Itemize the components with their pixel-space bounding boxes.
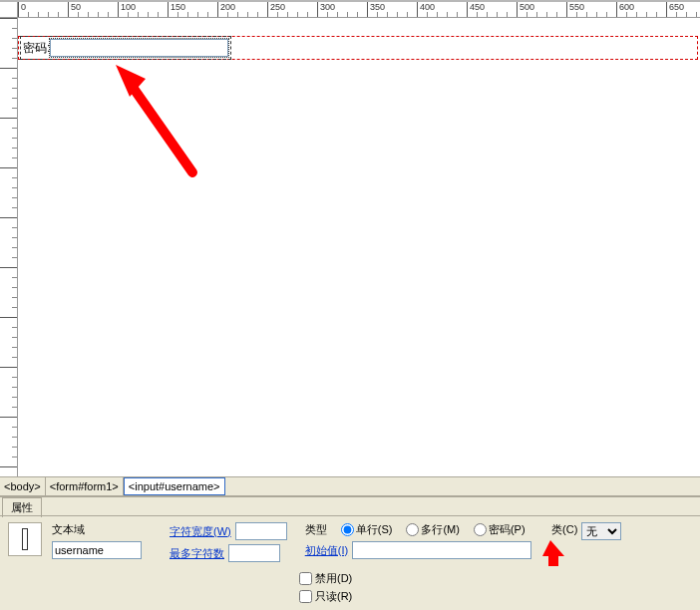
tag-selector-bar: <body> <form#form1> <input#username>	[0, 476, 700, 496]
char-width-label[interactable]: 字符宽度(W)	[170, 524, 231, 539]
properties-tab[interactable]: 属性	[2, 497, 42, 517]
radio-multi-line[interactable]: 多行(M)	[406, 522, 460, 537]
class-select[interactable]: 无	[581, 522, 621, 540]
init-value-label[interactable]: 初始值(I)	[305, 543, 348, 558]
selected-field-cell[interactable]: 密码:	[20, 36, 231, 60]
max-chars-label[interactable]: 最多字符数	[170, 546, 224, 561]
properties-panel: 属性 文本域 字符宽度(W) 最多字符数 类型 单行(S)	[0, 496, 700, 610]
init-value-input[interactable]	[352, 541, 531, 559]
readonly-checkbox-input[interactable]	[299, 590, 312, 603]
vertical-ruler	[0, 18, 18, 476]
field-label: 密码:	[23, 40, 50, 57]
tag-body[interactable]: <body>	[0, 477, 46, 495]
radio-single-line[interactable]: 单行(S)	[341, 522, 393, 537]
field-name-input[interactable]	[52, 541, 142, 559]
max-chars-input[interactable]	[228, 544, 280, 562]
horizontal-ruler: 050100150200250300350400450500550600650	[18, 2, 700, 18]
svg-line-0	[130, 83, 192, 172]
ruler-corner	[0, 2, 18, 18]
radio-single-input[interactable]	[341, 523, 354, 536]
radio-password-input[interactable]	[474, 523, 487, 536]
group-label: 文本域	[52, 522, 142, 537]
disabled-checkbox[interactable]: 禁用(D)	[299, 571, 352, 586]
textfield-category-icon	[8, 522, 42, 556]
type-label: 类型	[305, 522, 327, 537]
tag-input[interactable]: <input#username>	[124, 477, 225, 495]
tag-form[interactable]: <form#form1>	[46, 477, 124, 495]
annotation-arrow-icon	[108, 63, 207, 182]
readonly-checkbox[interactable]: 只读(R)	[299, 589, 352, 604]
char-width-input[interactable]	[235, 522, 287, 540]
class-label: 类(C)	[551, 522, 577, 537]
text-field-input[interactable]	[50, 39, 228, 57]
disabled-checkbox-input[interactable]	[299, 572, 312, 585]
svg-marker-1	[116, 65, 146, 97]
radio-password[interactable]: 密码(P)	[474, 522, 525, 537]
design-canvas[interactable]: 密码:	[18, 18, 700, 476]
radio-multi-input[interactable]	[406, 523, 419, 536]
